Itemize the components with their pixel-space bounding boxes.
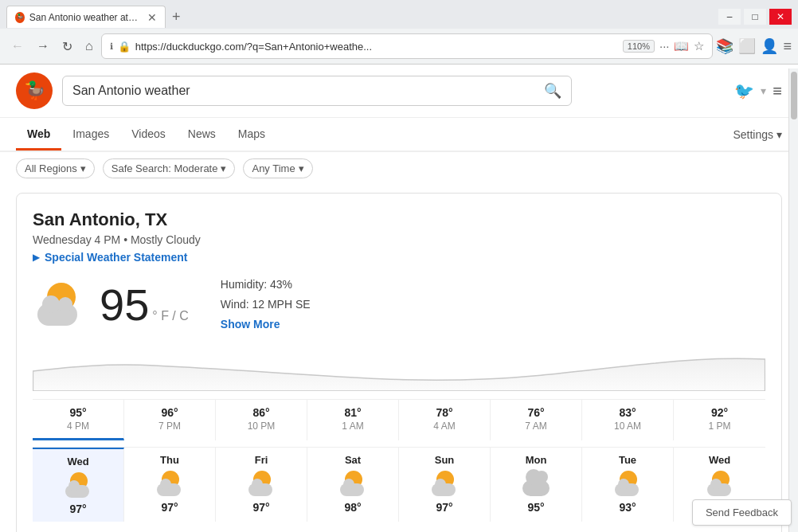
url-display: https://duckduckgo.com/?q=San+Antonio+we… — [135, 41, 618, 53]
bookmark-icon[interactable]: ☆ — [694, 39, 704, 53]
reload-button[interactable]: ↻ — [57, 36, 77, 57]
scroll-thumb[interactable] — [791, 72, 797, 119]
fri-weather-icon — [247, 469, 276, 498]
daily-cell-tue[interactable]: Tue 93° — [582, 448, 674, 522]
browser-tab[interactable]: 🦆 San Antonio weather at DuckD ✕ — [6, 6, 166, 28]
wed2-weather-icon — [706, 469, 734, 498]
daily-cell-wed[interactable]: Wed 97° — [33, 448, 124, 522]
region-filter-label: All Regions — [25, 162, 77, 174]
forward-button[interactable]: → — [32, 36, 54, 57]
weather-card: San Antonio, TX Wednesday 4 PM • Mostly … — [16, 193, 782, 532]
chart-svg — [33, 343, 765, 391]
send-feedback-button[interactable]: Send Feedback — [692, 499, 792, 526]
new-tab-button[interactable]: + — [166, 7, 187, 27]
daily-cell-sat[interactable]: Sat 98° — [307, 448, 399, 522]
hourly-temp-5: 76° — [494, 406, 578, 419]
filters: All Regions ▾ Safe Search: Moderate ▾ An… — [0, 152, 798, 185]
hourly-cell-0: 95° 4 PM — [33, 400, 124, 440]
hourly-time-1: 7 PM — [127, 421, 212, 432]
safe-search-chevron-icon: ▾ — [221, 162, 226, 174]
daily-cell-sun[interactable]: Sun 97° — [399, 448, 491, 522]
search-box[interactable]: 🔍 — [62, 76, 572, 106]
daily-temp-wed: 97° — [36, 503, 120, 515]
hourly-temp-6: 83° — [585, 406, 670, 419]
minimize-button[interactable]: – — [718, 9, 741, 25]
ddg-header: 🦆 🔍 🐦 ▾ ≡ — [0, 65, 798, 118]
search-icon[interactable]: 🔍 — [544, 82, 561, 100]
weather-main: 95 ° F / C Humidity: 43% Wind: 12 MPH SE… — [33, 275, 765, 335]
temperature-display: 95 ° F / C — [100, 283, 189, 327]
wed-weather-icon — [64, 471, 92, 499]
tab-maps[interactable]: Maps — [227, 119, 276, 151]
search-input[interactable] — [72, 84, 538, 98]
hourly-time-5: 7 AM — [494, 421, 578, 432]
scrollbar[interactable] — [788, 68, 798, 532]
address-bar[interactable]: ℹ 🔒 https://duckduckgo.com/?q=San+Antoni… — [101, 33, 714, 59]
settings-button[interactable]: Settings ▾ — [733, 128, 782, 141]
browser-chrome: 🦆 San Antonio weather at DuckD ✕ + – □ ✕… — [0, 0, 798, 65]
time-filter[interactable]: Any Time ▾ — [243, 158, 312, 178]
time-filter-label: Any Time — [252, 162, 295, 174]
daily-temp-sun: 97° — [402, 501, 487, 514]
daily-temp-tue: 93° — [585, 501, 670, 514]
sun-weather-icon — [430, 469, 459, 498]
weather-alert[interactable]: ▶ Special Weather Statement — [33, 251, 765, 264]
hourly-time-0: 4 PM — [36, 421, 120, 432]
tab-images[interactable]: Images — [61, 119, 120, 151]
library-icon[interactable]: 📚 — [716, 37, 733, 55]
info-icon: ℹ — [110, 41, 113, 52]
settings-label: Settings — [733, 128, 773, 141]
address-right-icons: ··· 📖 ☆ — [659, 39, 705, 53]
safe-search-label: Safe Search: Moderate — [111, 162, 218, 174]
hourly-cell-7: 92° 1 PM — [674, 400, 765, 440]
sat-weather-icon — [338, 469, 367, 498]
lock-icon: 🔒 — [118, 41, 131, 53]
tab-videos[interactable]: Videos — [120, 119, 177, 151]
tab-title: San Antonio weather at DuckD — [29, 12, 139, 23]
region-filter[interactable]: All Regions ▾ — [16, 158, 95, 178]
overflow-menu-icon[interactable]: ··· — [659, 39, 670, 53]
temperature-value: 95 — [100, 283, 149, 327]
hourly-temp-1: 96° — [127, 406, 212, 419]
maximize-button[interactable]: □ — [744, 9, 766, 25]
tab-close-button[interactable]: ✕ — [147, 11, 157, 24]
window-controls: – □ ✕ — [718, 9, 792, 25]
tue-weather-icon — [613, 469, 642, 498]
alert-text: Special Weather Statement — [45, 251, 187, 264]
daily-day-tue: Tue — [585, 454, 670, 466]
daily-cell-fri[interactable]: Fri 97° — [216, 448, 307, 522]
daily-cell-mon[interactable]: Mon 95° — [491, 448, 582, 522]
twitter-icon[interactable]: 🐦 — [734, 81, 754, 100]
close-button[interactable]: ✕ — [769, 9, 792, 25]
tab-news[interactable]: News — [177, 119, 227, 151]
home-button[interactable]: ⌂ — [80, 36, 98, 57]
safe-search-filter[interactable]: Safe Search: Moderate ▾ — [103, 158, 236, 178]
daily-day-sun: Sun — [402, 454, 487, 466]
reader-icon[interactable]: 📖 — [674, 39, 689, 53]
daily-grid: Wed 97° Thu 97° Fri — [33, 447, 765, 522]
twitter-dropdown-icon[interactable]: ▾ — [761, 84, 766, 97]
hourly-time-7: 1 PM — [677, 421, 762, 432]
hourly-grid: 95° 4 PM 96° 7 PM 86° 10 PM 81° 1 AM 78°… — [33, 399, 765, 440]
weather-icon-large — [33, 280, 84, 331]
tab-favicon: 🦆 — [15, 12, 25, 23]
synced-tabs-icon[interactable]: ⬜ — [738, 37, 756, 55]
thu-weather-icon — [155, 469, 184, 498]
daily-cell-thu[interactable]: Thu 97° — [124, 448, 216, 522]
temp-chart — [33, 343, 765, 391]
show-more-button[interactable]: Show More — [221, 315, 311, 334]
hamburger-menu-icon[interactable]: ≡ — [783, 38, 792, 55]
zoom-level[interactable]: 110% — [623, 40, 655, 53]
wind-display: Wind: 12 MPH SE — [221, 295, 311, 315]
hourly-time-2: 10 PM — [219, 421, 303, 432]
menu-icon[interactable]: ≡ — [773, 82, 782, 100]
account-icon[interactable]: 👤 — [761, 37, 778, 55]
hourly-cell-4: 78° 4 AM — [399, 400, 491, 440]
toolbar-right: 📚 ⬜ 👤 ≡ — [716, 37, 792, 55]
hourly-time-6: 10 AM — [585, 421, 670, 432]
back-button[interactable]: ← — [6, 36, 29, 57]
header-right: 🐦 ▾ ≡ — [734, 81, 782, 100]
tab-web[interactable]: Web — [16, 119, 61, 151]
daily-temp-fri: 97° — [219, 501, 303, 514]
daily-temp-thu: 97° — [127, 501, 212, 514]
